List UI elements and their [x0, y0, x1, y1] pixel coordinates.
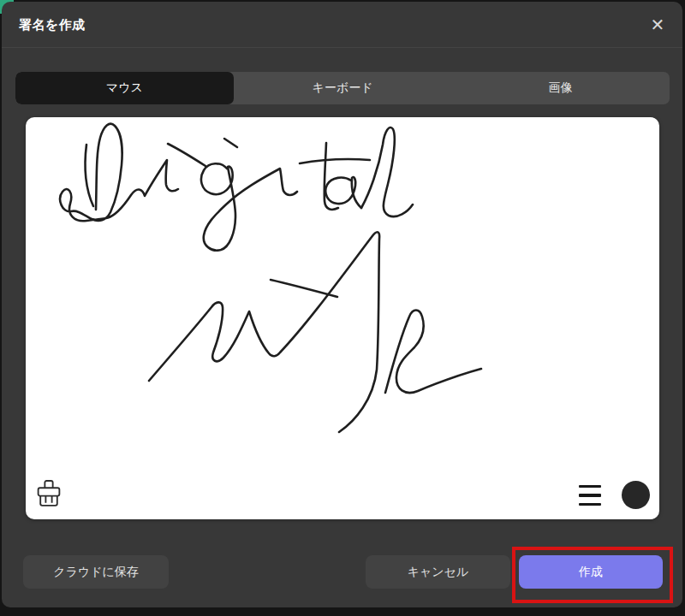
clear-brush-button[interactable] [37, 480, 61, 508]
create-button[interactable]: 作成 [519, 555, 663, 589]
close-icon[interactable]: ✕ [645, 12, 670, 38]
brush-icon [37, 480, 61, 508]
thickness-line-icon [579, 485, 601, 488]
dialog-title: 署名を作成 [19, 17, 86, 33]
thickness-line-icon [579, 494, 601, 496]
signature-drawing-canvas[interactable] [26, 117, 659, 519]
line-thickness-button[interactable] [579, 485, 601, 506]
cancel-button[interactable]: キャンセル [366, 555, 510, 589]
tab-mouse[interactable]: マウス [15, 72, 234, 104]
create-signature-dialog: 署名を作成 ✕ マウス キーボード 画像 クラウドに保存 キャンセル 作成 [2, 2, 682, 607]
save-to-cloud-button[interactable]: クラウドに保存 [23, 555, 169, 589]
tab-image[interactable]: 画像 [451, 72, 670, 104]
thickness-line-icon [579, 503, 601, 506]
color-swatch[interactable] [622, 481, 650, 509]
dialog-header: 署名を作成 ✕ [2, 2, 682, 48]
tab-keyboard[interactable]: キーボード [234, 72, 452, 104]
signature-mode-tabs: マウス キーボード 画像 [15, 72, 670, 104]
signature-strokes [26, 117, 659, 519]
